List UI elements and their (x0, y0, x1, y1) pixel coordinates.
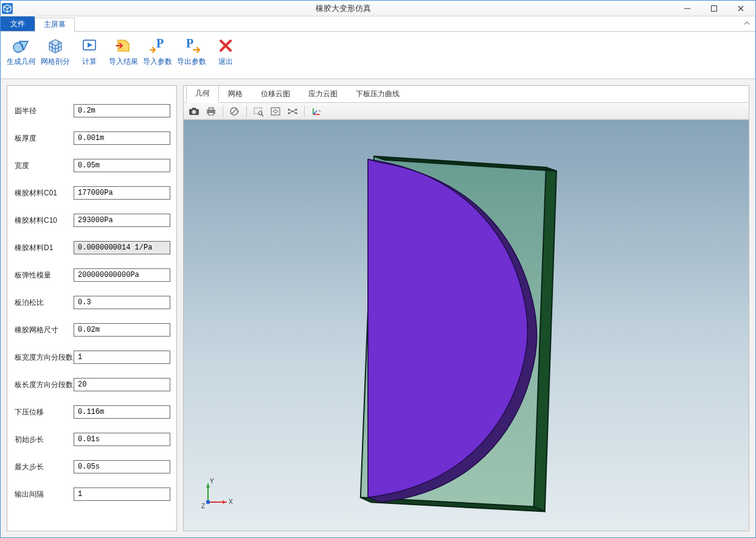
input-d1 (74, 241, 170, 254)
label-max-step: 最大步长 (15, 462, 74, 472)
input-c10[interactable] (74, 214, 170, 227)
svg-line-18 (232, 109, 237, 114)
svg-text:P: P (186, 37, 193, 50)
zoom-select-icon[interactable] (251, 104, 266, 119)
svg-point-39 (206, 500, 210, 504)
ribbon-toolbar: 生成几何 网格剖分 (1, 32, 755, 79)
input-rubber-mesh[interactable] (74, 323, 170, 337)
svg-text:P: P (156, 37, 164, 50)
input-max-step[interactable] (74, 460, 170, 473)
ribbon-collapse-icon[interactable] (743, 19, 751, 29)
viewport-3d[interactable]: X Y Z (184, 120, 749, 531)
label-rubber-mesh: 橡胶网格尺寸 (15, 325, 74, 335)
viewport-panel: 几何 网格 位移云图 应力云图 下板压力曲线 (183, 85, 749, 531)
ribbon-tabs: 文件 主屏幕 (1, 16, 755, 32)
compute-button[interactable]: 计算 (74, 34, 105, 69)
label-seg-length: 板长度方向分段数 (15, 380, 74, 390)
label-width: 宽度 (15, 161, 74, 171)
svg-point-23 (288, 108, 290, 110)
generate-geometry-icon (12, 36, 31, 55)
parameter-panel: 圆半径 板厚度 宽度 橡胶材料C01 橡胶材料C10 橡胶材料D1 板弹性模量 … (7, 85, 177, 531)
orbit-icon[interactable] (285, 104, 300, 119)
label-d1: 橡胶材料D1 (15, 243, 74, 253)
tab-stress[interactable]: 应力云图 (299, 85, 347, 103)
label-thickness: 板厚度 (15, 133, 74, 144)
close-button[interactable] (727, 1, 754, 16)
svg-point-25 (288, 112, 290, 114)
input-width[interactable] (74, 159, 170, 172)
print-icon[interactable] (203, 104, 219, 119)
viewport-toolbar (184, 103, 749, 120)
input-poisson[interactable] (74, 296, 170, 309)
export-param-icon: P (182, 36, 201, 55)
export-param-button[interactable]: P 导出参数 (176, 34, 207, 69)
label-c01: 橡胶材料C01 (15, 188, 74, 198)
input-init-step[interactable] (74, 433, 170, 446)
import-result-button[interactable]: 导入结果 (108, 34, 139, 69)
tab-file[interactable]: 文件 (1, 16, 35, 31)
exit-icon (216, 36, 235, 55)
input-seg-length[interactable] (74, 378, 170, 391)
geometry-render (184, 120, 749, 531)
svg-rect-12 (192, 108, 196, 110)
axes-icon[interactable] (308, 104, 324, 119)
main-body: 圆半径 板厚度 宽度 橡胶材料C01 橡胶材料C10 橡胶材料D1 板弹性模量 … (1, 79, 755, 537)
input-press-disp[interactable] (74, 405, 170, 419)
axis-triad: X Y Z (199, 478, 236, 514)
input-thickness[interactable] (74, 131, 170, 145)
title-bar: 橡胶大变形仿真 (1, 1, 755, 16)
svg-rect-19 (254, 108, 262, 114)
svg-rect-22 (271, 108, 280, 115)
viewport-tabs: 几何 网格 位移云图 应力云图 下板压力曲线 (184, 86, 749, 103)
input-seg-width[interactable] (74, 351, 170, 364)
camera-icon[interactable] (186, 104, 202, 119)
tab-geometry[interactable]: 几何 (186, 85, 219, 103)
svg-rect-16 (209, 113, 213, 115)
axis-label-x: X (229, 498, 233, 505)
minimize-button[interactable] (674, 1, 701, 16)
label-seg-width: 板宽度方向分段数 (15, 352, 74, 363)
import-param-button[interactable]: P 导入参数 (142, 34, 173, 69)
import-param-icon: P (148, 36, 167, 55)
svg-rect-2 (712, 5, 717, 11)
tab-main[interactable]: 主屏幕 (35, 18, 75, 31)
window-title: 橡胶大变形仿真 (13, 3, 674, 14)
exit-button[interactable]: 退出 (210, 34, 241, 69)
svg-point-26 (296, 112, 297, 114)
import-result-icon (114, 36, 133, 55)
label-poisson: 板泊松比 (15, 298, 74, 308)
label-radius: 圆半径 (15, 106, 74, 116)
label-young: 板弹性模量 (15, 270, 74, 281)
input-out-interval[interactable] (74, 487, 170, 501)
app-icon (2, 3, 13, 14)
label-init-step: 初始步长 (15, 435, 74, 445)
svg-line-21 (262, 114, 263, 116)
axis-label-y: Y (210, 478, 214, 484)
label-c10: 橡胶材料C10 (15, 215, 74, 226)
axis-label-z: Z (201, 503, 205, 509)
fit-view-icon[interactable] (268, 104, 283, 119)
input-radius[interactable] (74, 104, 170, 117)
app-window: 橡胶大变形仿真 文件 主屏幕 (0, 0, 756, 538)
svg-marker-36 (223, 500, 226, 504)
mesh-icon (46, 36, 65, 55)
tab-curve[interactable]: 下板压力曲线 (347, 85, 409, 103)
maximize-button[interactable] (701, 1, 727, 16)
generate-geometry-button[interactable]: 生成几何 (5, 34, 37, 69)
label-press-disp: 下压位移 (15, 407, 74, 417)
input-young[interactable] (74, 268, 170, 282)
svg-rect-15 (209, 108, 213, 110)
tab-mesh[interactable]: 网格 (219, 85, 252, 103)
mesh-button[interactable]: 网格剖分 (40, 34, 71, 69)
svg-point-13 (192, 110, 196, 113)
compute-icon (80, 36, 99, 55)
forbid-icon[interactable] (227, 104, 243, 119)
svg-point-24 (296, 108, 297, 110)
label-out-interval: 输出间隔 (15, 489, 74, 500)
tab-disp-plot[interactable]: 位移云图 (252, 85, 299, 103)
input-c01[interactable] (74, 186, 170, 200)
